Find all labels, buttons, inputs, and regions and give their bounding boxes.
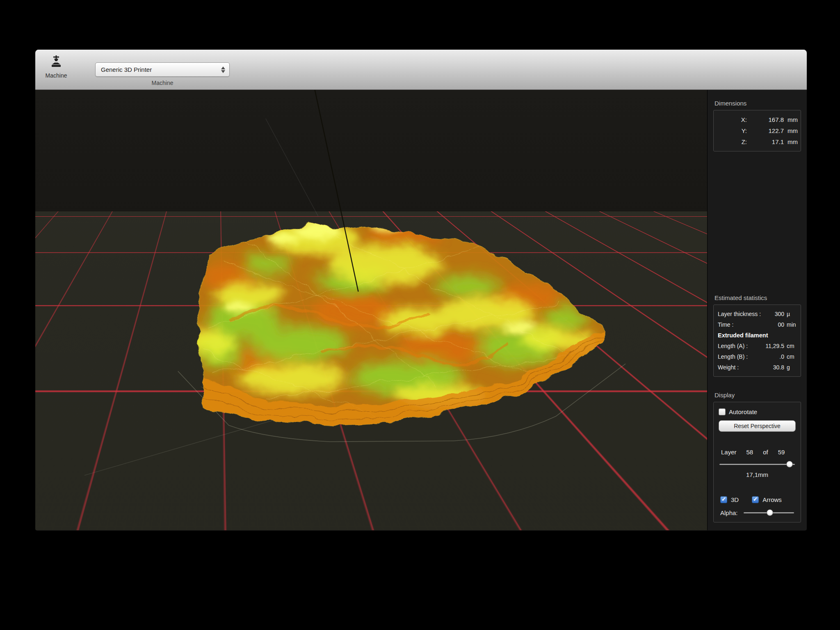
toolbar: Machine Generic 3D Printer Machine (35, 50, 807, 90)
layer-slider-track[interactable] (719, 464, 795, 465)
stat-label: Length (B) : (718, 353, 748, 360)
layer-indicator-row: Layer 58 of 59 (719, 448, 796, 456)
dimension-row-y: Y: 122.7 mm (717, 125, 797, 136)
layer-slider[interactable] (719, 460, 796, 468)
printer-select-group: Generic 3D Printer Machine (95, 62, 230, 86)
dimension-x-label: X: (717, 116, 747, 123)
stat-unit: min (784, 321, 797, 328)
stat-value: 11,29.5 (748, 343, 784, 349)
reset-perspective-button[interactable]: Reset Perspective (719, 420, 796, 432)
desktop-background: Machine Generic 3D Printer Machine (0, 0, 840, 630)
printer-select-caption: Machine (95, 80, 230, 86)
wall-corner-line (266, 119, 318, 216)
terrain-model (190, 220, 604, 426)
stat-value: .0 (748, 353, 784, 360)
window-content: Dimensions X: 167.8 mm Y: 122.7 mm Z: 17 (35, 90, 807, 530)
dimension-x-unit: mm (784, 116, 797, 123)
alpha-row: Alpha: (719, 509, 796, 516)
dimension-x-value: 167.8 (747, 116, 784, 123)
layer-label: Layer (721, 449, 737, 456)
stat-value: 00 (733, 321, 784, 328)
model-preview (35, 90, 707, 530)
stat-value: 300 (761, 311, 784, 317)
stat-unit: µ (784, 311, 797, 317)
stat-label: Weight : (718, 364, 739, 371)
arrows-checkbox-label: Arrows (762, 496, 782, 503)
stat-weight: Weight : 30.8 g (718, 362, 797, 373)
autorotate-label: Autorotate (729, 408, 757, 415)
machine-button-label: Machine (46, 72, 67, 79)
stat-unit: cm (784, 353, 797, 360)
stat-label: Length (A) : (718, 343, 748, 349)
statistics-box: Layer thickness : 300 µ Time : 00 min Ex… (713, 305, 801, 377)
extruded-filament-heading: Extruded filament (718, 330, 797, 341)
stepper-icon (220, 66, 226, 73)
dimension-row-z: Z: 17.1 mm (717, 136, 797, 147)
autorotate-row: Autorotate (719, 408, 796, 415)
dimension-z-value: 17.1 (747, 138, 784, 145)
machine-icon (48, 55, 64, 70)
layer-current-value: 58 (746, 449, 753, 456)
dimension-row-x: X: 167.8 mm (717, 114, 797, 125)
dimensions-title: Dimensions (714, 100, 807, 107)
stat-layer-thickness: Layer thickness : 300 µ (718, 309, 797, 319)
side-panel: Dimensions X: 167.8 mm Y: 122.7 mm Z: 17 (707, 90, 807, 530)
dimension-y-value: 122.7 (747, 127, 784, 134)
display-box: Autorotate Reset Perspective Layer 58 of… (713, 402, 801, 522)
stat-unit: g (784, 364, 797, 371)
statistics-title: Estimated statistics (714, 294, 807, 301)
app-window: Machine Generic 3D Printer Machine (35, 50, 807, 531)
dimension-z-label: Z: (717, 138, 747, 145)
arrows-checkbox[interactable] (752, 496, 759, 503)
stat-value: 30.8 (739, 364, 784, 371)
stat-label: Time : (718, 321, 733, 328)
layer-slider-knob[interactable] (786, 461, 793, 467)
dimension-y-unit: mm (784, 127, 797, 134)
layer-total-value: 59 (778, 449, 785, 456)
stat-label: Layer thickness : (718, 311, 761, 317)
alpha-label: Alpha: (720, 509, 738, 516)
display-title: Display (714, 392, 807, 399)
stat-time: Time : 00 min (718, 319, 797, 330)
alpha-slider[interactable] (743, 509, 795, 516)
3d-checkbox-label: 3D (731, 496, 739, 503)
machine-button[interactable]: Machine (39, 53, 74, 88)
printer-select-value: Generic 3D Printer (101, 66, 220, 73)
dimension-z-unit: mm (784, 138, 797, 145)
dimension-y-label: Y: (717, 127, 747, 134)
alpha-slider-knob[interactable] (767, 509, 773, 516)
stat-length-b: Length (B) : .0 cm (718, 351, 797, 362)
view-options-row: 3D Arrows (719, 496, 796, 503)
stat-unit: cm (784, 343, 797, 349)
dimensions-box: X: 167.8 mm Y: 122.7 mm Z: 17.1 mm (713, 110, 801, 151)
printer-select[interactable]: Generic 3D Printer (95, 62, 230, 77)
3d-checkbox[interactable] (720, 496, 727, 503)
layer-of-label: of (763, 449, 768, 456)
autorotate-checkbox[interactable] (719, 408, 726, 415)
3d-viewport[interactable] (35, 90, 707, 530)
layer-height-value: 17,1mm (719, 471, 796, 479)
stat-length-a: Length (A) : 11,29.5 cm (718, 341, 797, 351)
